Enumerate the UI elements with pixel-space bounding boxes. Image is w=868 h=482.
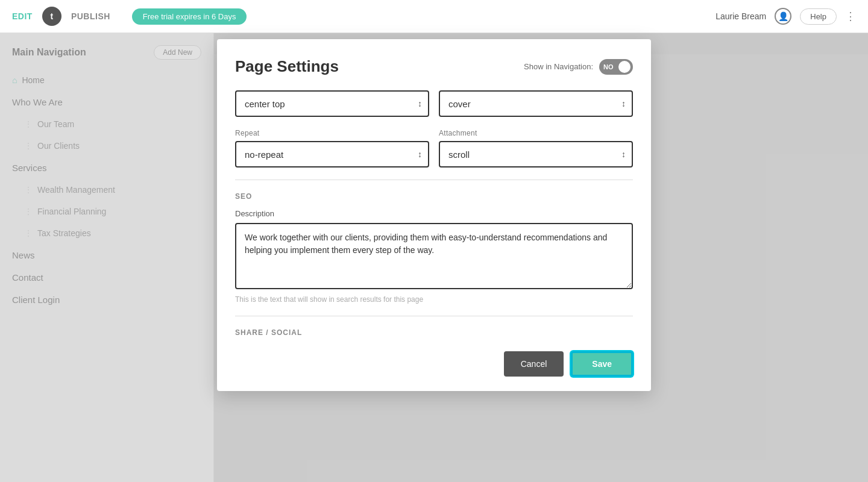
attachment-label: Attachment	[439, 129, 633, 137]
seo-heading: SEO	[235, 192, 633, 201]
size-select[interactable]: cover contain auto	[439, 90, 633, 117]
user-icon[interactable]: 👤	[775, 8, 791, 25]
description-hint: This is the text that will show in searc…	[235, 295, 633, 304]
modal-header: Page Settings Show in Navigation: NO	[235, 57, 633, 76]
page-settings-modal: Page Settings Show in Navigation: NO cen…	[217, 39, 651, 391]
position-dropdown-wrap: center top left top right top center cen…	[235, 90, 429, 117]
cancel-button[interactable]: Cancel	[504, 351, 564, 377]
top-bar-left: EDIT t PUBLISH Free trial expires in 6 D…	[12, 7, 247, 26]
repeat-label: Repeat	[235, 129, 429, 137]
save-button[interactable]: Save	[571, 351, 633, 377]
share-social-heading: SHARE / SOCIAL	[235, 328, 633, 337]
description-label: Description	[235, 209, 633, 218]
trial-badge: Free trial expires in 6 Days	[132, 8, 247, 25]
nav-toggle[interactable]: NO	[599, 59, 633, 75]
size-dropdown-wrap: cover contain auto ↕	[439, 90, 633, 117]
top-bar: EDIT t PUBLISH Free trial expires in 6 D…	[0, 0, 868, 33]
share-social-divider	[235, 316, 633, 316]
user-name: Laurie Bream	[715, 11, 766, 21]
repeat-dropdown-wrap: no-repeat repeat repeat-x repeat-y ↕	[235, 141, 429, 167]
modal-footer: Cancel Save	[235, 351, 633, 377]
seo-divider	[235, 180, 633, 180]
toggle-value-label: NO	[603, 63, 614, 70]
publish-button[interactable]: PUBLISH	[71, 11, 110, 21]
help-button[interactable]: Help	[800, 8, 837, 25]
modal-title: Page Settings	[235, 57, 339, 76]
attachment-select[interactable]: scroll fixed	[439, 141, 633, 167]
nav-toggle-group: Show in Navigation: NO	[524, 59, 633, 75]
repeat-select[interactable]: no-repeat repeat repeat-x repeat-y	[235, 141, 429, 167]
repeat-attachment-row: no-repeat repeat repeat-x repeat-y ↕ scr…	[235, 141, 633, 167]
position-size-row: center top left top right top center cen…	[235, 90, 633, 117]
toggle-knob	[618, 61, 631, 73]
description-textarea[interactable]	[235, 223, 633, 289]
repeat-attachment-labels: Repeat Attachment	[235, 129, 633, 137]
avatar: t	[42, 7, 61, 26]
more-options-icon[interactable]: ⋮	[845, 10, 856, 23]
top-bar-right: Laurie Bream 👤 Help ⋮	[715, 8, 856, 25]
attachment-dropdown-wrap: scroll fixed ↕	[439, 141, 633, 167]
nav-toggle-label: Show in Navigation:	[524, 62, 593, 71]
edit-button[interactable]: EDIT	[12, 11, 33, 21]
position-select[interactable]: center top left top right top center cen…	[235, 90, 429, 117]
